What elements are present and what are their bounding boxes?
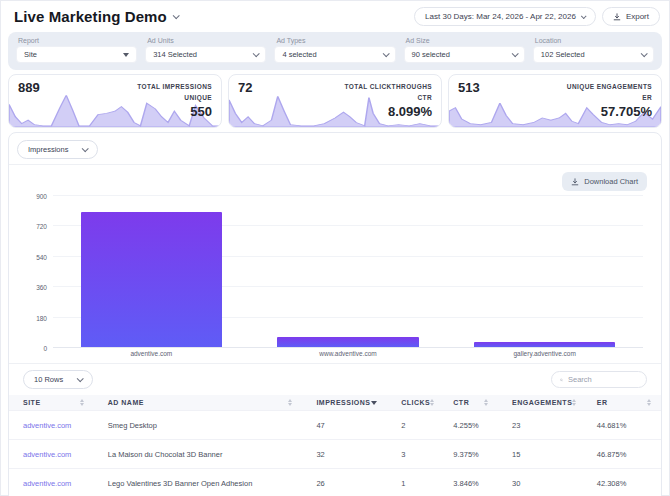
ad-units-select-value: 314 Selected bbox=[153, 50, 197, 59]
chevron-down-icon bbox=[172, 12, 179, 19]
kpi-sublabel: UNIQUE bbox=[137, 92, 212, 103]
site-link[interactable]: adventive.com bbox=[23, 450, 71, 459]
filter-ad-size-label: Ad Size bbox=[406, 37, 525, 44]
sort-icon[interactable] bbox=[430, 399, 434, 406]
bar-www-adventive[interactable] bbox=[277, 337, 419, 347]
sort-icon[interactable] bbox=[288, 399, 292, 406]
column-header-er[interactable]: ER bbox=[583, 395, 661, 411]
er-cell: 42.308% bbox=[583, 469, 661, 496]
search-box[interactable] bbox=[551, 371, 647, 388]
clicks-cell: 2 bbox=[387, 411, 439, 440]
filter-ad-types: Ad Types 4 selected bbox=[274, 37, 395, 63]
top-header: Live Marketing Demo Last 30 Days: Mar 24… bbox=[0, 0, 670, 30]
kpi-sub-value: 57.705% bbox=[567, 104, 652, 119]
kpi-card-clickthroughs: 72 TOTAL CLICKTHROUGHS CTR 8.099% bbox=[228, 74, 442, 128]
sort-descending-icon[interactable] bbox=[371, 401, 377, 405]
rows-per-page-selector[interactable]: 10 Rows bbox=[23, 370, 93, 389]
kpi-label: TOTAL IMPRESSIONS bbox=[137, 81, 212, 92]
kpi-total-value: 513 bbox=[458, 80, 480, 95]
chevron-down-icon bbox=[77, 375, 84, 382]
export-label: Export bbox=[626, 12, 649, 21]
ad-name-cell: Lego Valentines 3D Banner Open Adhesion bbox=[94, 469, 303, 496]
table-row: adventive.com Lego Valentines 3D Banner … bbox=[9, 469, 661, 496]
caret-down-icon bbox=[123, 53, 129, 57]
download-icon bbox=[571, 178, 579, 186]
column-header-impressions[interactable]: IMPRESSIONS bbox=[302, 395, 387, 411]
y-axis-tick: 540 bbox=[23, 253, 47, 260]
bar-adventive[interactable] bbox=[81, 212, 223, 347]
location-select[interactable]: 102 Selected bbox=[533, 46, 654, 63]
chevron-down-icon bbox=[382, 50, 389, 57]
clicks-cell: 1 bbox=[387, 469, 439, 496]
chevron-down-icon bbox=[581, 13, 587, 19]
table-header-row: SITE AD NAME IMPRESSIONS CLICKS CTR bbox=[9, 395, 661, 411]
ad-name-cell: La Maison du Chocolat 3D Banner bbox=[94, 440, 303, 469]
column-header-clicks[interactable]: CLICKS bbox=[387, 395, 439, 411]
sort-icon[interactable] bbox=[80, 399, 84, 406]
kpi-row: 889 TOTAL IMPRESSIONS UNIQUE 550 72 TOTA… bbox=[8, 74, 662, 128]
column-header-ad-name[interactable]: AD NAME bbox=[94, 395, 303, 411]
export-button[interactable]: Export bbox=[602, 7, 660, 26]
download-chart-label: Download Chart bbox=[584, 177, 638, 186]
kpi-sub-value: 550 bbox=[137, 104, 212, 119]
date-range-label: Last 30 Days: Mar 24, 2026 - Apr 22, 202… bbox=[425, 12, 576, 21]
download-chart-button[interactable]: Download Chart bbox=[562, 172, 647, 191]
chevron-down-icon bbox=[253, 50, 260, 57]
chevron-down-icon bbox=[641, 50, 648, 57]
metric-selector[interactable]: Impressions bbox=[17, 140, 98, 159]
site-link[interactable]: adventive.com bbox=[23, 421, 71, 430]
kpi-total-value: 72 bbox=[238, 80, 252, 95]
chevron-down-icon bbox=[82, 145, 89, 152]
engagements-cell: 30 bbox=[498, 469, 583, 496]
y-axis-tick: 720 bbox=[23, 223, 47, 230]
site-link[interactable]: adventive.com bbox=[23, 479, 71, 488]
engagements-cell: 15 bbox=[498, 440, 583, 469]
ad-types-select-value: 4 selected bbox=[282, 50, 316, 59]
report-card: Impressions Download Chart 900 720 540 3… bbox=[8, 132, 662, 496]
sort-icon[interactable] bbox=[572, 399, 576, 406]
x-axis-label: adventive.com bbox=[53, 350, 250, 357]
report-select[interactable]: Site bbox=[16, 46, 137, 63]
table-row: adventive.com Smeg Desktop 47 2 4.255% 2… bbox=[9, 411, 661, 440]
er-cell: 44.681% bbox=[583, 411, 661, 440]
filter-ad-types-label: Ad Types bbox=[276, 37, 395, 44]
filter-location: Location 102 Selected bbox=[533, 37, 654, 63]
search-icon bbox=[560, 376, 563, 384]
y-axis-tick: 360 bbox=[23, 284, 47, 291]
date-range-button[interactable]: Last 30 Days: Mar 24, 2026 - Apr 22, 202… bbox=[414, 7, 596, 26]
column-header-ctr[interactable]: CTR bbox=[439, 395, 498, 411]
ad-size-select-value: 90 selected bbox=[412, 50, 450, 59]
ad-size-select[interactable]: 90 selected bbox=[404, 46, 525, 63]
er-cell: 46.875% bbox=[583, 440, 661, 469]
y-axis-tick: 180 bbox=[23, 314, 47, 321]
kpi-card-impressions: 889 TOTAL IMPRESSIONS UNIQUE 550 bbox=[8, 74, 222, 128]
sort-icon[interactable] bbox=[647, 399, 651, 406]
filter-report: Report Site bbox=[16, 37, 137, 63]
x-axis-label: gallery.adventive.com bbox=[446, 350, 643, 357]
bar-gallery-adventive[interactable] bbox=[474, 342, 616, 347]
filter-report-label: Report bbox=[18, 37, 137, 44]
page-title-group[interactable]: Live Marketing Demo bbox=[14, 8, 178, 25]
bar-chart: 900 720 540 360 180 0 bbox=[53, 195, 643, 347]
kpi-total-value: 889 bbox=[18, 80, 40, 95]
ad-units-select[interactable]: 314 Selected bbox=[145, 46, 266, 63]
impressions-cell: 47 bbox=[302, 411, 387, 440]
sort-icon[interactable] bbox=[484, 399, 488, 406]
kpi-sublabel: CTR bbox=[345, 92, 432, 103]
kpi-label: UNIQUE ENGAGEMENTS bbox=[567, 81, 652, 92]
kpi-label: TOTAL CLICKTHROUGHS bbox=[345, 81, 432, 92]
search-input[interactable] bbox=[568, 375, 638, 384]
ad-types-select[interactable]: 4 selected bbox=[274, 46, 395, 63]
column-header-site[interactable]: SITE bbox=[9, 395, 94, 411]
filter-location-label: Location bbox=[535, 37, 654, 44]
kpi-card-engagements: 513 UNIQUE ENGAGEMENTS ER 57.705% bbox=[448, 74, 662, 128]
metric-selector-value: Impressions bbox=[28, 145, 68, 154]
column-header-engagements[interactable]: ENGAGEMENTS bbox=[498, 395, 583, 411]
report-select-value: Site bbox=[24, 50, 37, 59]
filter-ad-size: Ad Size 90 selected bbox=[404, 37, 525, 63]
page-title: Live Marketing Demo bbox=[14, 8, 167, 25]
table-toolbar: 10 Rows bbox=[9, 364, 661, 395]
ctr-cell: 3.846% bbox=[439, 469, 498, 496]
kpi-sub-value: 8.099% bbox=[345, 104, 432, 119]
clicks-cell: 3 bbox=[387, 440, 439, 469]
